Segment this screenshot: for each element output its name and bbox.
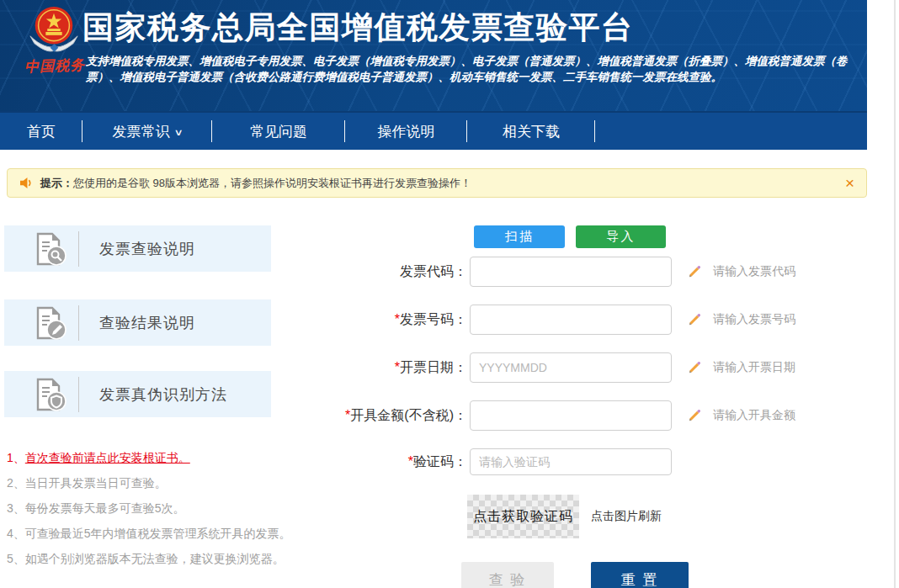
captcha-image[interactable]: 点击获取验证码 (467, 495, 579, 538)
nav-item-label: 操作说明 (378, 122, 435, 141)
field-label: 发票号码： (400, 312, 467, 326)
notes-list: 1、首次查验前请点此安装根证书。 2、当日开具发票当日可查验。 3、每份发票每天… (7, 451, 291, 577)
invoice-amount-hint: 请输入开具金额 (713, 408, 795, 423)
import-button[interactable]: 导入 (576, 225, 666, 248)
sidebar-item-authenticity-methods[interactable]: 发票真伪识别方法 (4, 371, 271, 417)
document-shield-icon (31, 375, 70, 414)
invoice-number-row: *发票号码： 请输入发票号码 (303, 305, 867, 335)
field-label: 验证码： (413, 454, 467, 469)
document-edit-icon (31, 304, 70, 342)
note-number: 3、 (7, 501, 25, 515)
close-icon[interactable]: × (845, 175, 854, 191)
invoice-code-row: 发票代码： 请输入发票代码 (303, 257, 867, 287)
divider (78, 231, 79, 267)
note-text: 每份发票每天最多可查验5次。 (25, 501, 185, 515)
nav-item-faq[interactable]: 常见问题 (212, 113, 345, 150)
captcha-refresh-label: 点击图片刷新 (591, 509, 662, 524)
nav-item-label: 相关下载 (503, 122, 560, 141)
captcha-row: *验证码： (303, 448, 867, 475)
scan-import-row: 扫描 导入 (474, 225, 867, 248)
field-label: 开具金额(不含税)： (350, 408, 467, 422)
nav-item-label: 首页 (27, 122, 56, 141)
note-five-years: 4、可查验最近5年内增值税发票管理系统开具的发票。 (7, 527, 291, 543)
reset-button[interactable]: 重 置 (591, 562, 689, 588)
invoice-verify-form: 扫描 导入 发票代码： 请输入发票代码 *发票号码： 请输入发票号码 (303, 225, 867, 588)
divider (78, 305, 79, 341)
form-actions: 查 验 重 置 (303, 562, 867, 588)
captcha-input[interactable] (470, 448, 672, 475)
nav-item-label: 发票常识 (112, 122, 169, 141)
invoice-code-hint: 请输入发票代码 (713, 264, 795, 279)
note-browser-change: 5、如遇个别浏览器版本无法查验，建议更换浏览器。 (7, 552, 291, 569)
sidebar-item-label: 查验结果说明 (99, 313, 195, 333)
nav-item-label: 常见问题 (250, 122, 307, 141)
invoice-number-label: *发票号码： (303, 311, 467, 329)
alert-prefix: 提示： (40, 176, 73, 191)
logo-script: 中国税务 (13, 55, 97, 77)
alert-message: 您使用的是谷歌 98版本浏览器，请参照操作说明安装根证书再进行发票查验操作！ (73, 176, 471, 191)
verify-button[interactable]: 查 验 (461, 562, 554, 588)
page-subtitle: 支持增值税专用发票、增值税电子专用发票、电子发票（增值税专用发票）、电子发票（普… (86, 53, 867, 85)
note-text: 当日开具发票当日可查验。 (25, 476, 167, 490)
browser-alert: 提示： 您使用的是谷歌 98版本浏览器，请参照操作说明安装根证书再进行发票查验操… (7, 168, 867, 198)
sidebar: 发票查验说明 查验结果说明 发票真伪识别方法 (4, 225, 271, 417)
note-number: 5、 (7, 552, 25, 565)
main-nav: 首页 发票常识 ∨ 常见问题 操作说明 相关下载 (0, 111, 867, 150)
invoice-amount-input[interactable] (470, 400, 672, 431)
field-label: 发票代码： (400, 264, 467, 278)
sidebar-item-check-result-instructions[interactable]: 查验结果说明 (4, 299, 271, 346)
invoice-number-input[interactable] (470, 305, 672, 335)
invoice-number-hint: 请输入发票号码 (713, 312, 795, 327)
captcha-image-row: 点击获取验证码 点击图片刷新 (303, 495, 867, 538)
site-header: 中国税务 国家税务总局全国增值税发票查验平台 支持增值税专用发票、增值税电子专用… (0, 0, 867, 111)
page-title: 国家税务总局全国增值税发票查验平台 (82, 7, 634, 49)
note-text: 如遇个别浏览器版本无法查验，建议更换浏览器。 (25, 552, 285, 565)
invoice-amount-label: *开具金额(不含税)： (303, 407, 467, 425)
invoice-date-hint: 请输入开票日期 (713, 360, 795, 375)
pencil-icon (686, 359, 703, 376)
note-five-times: 3、每份发票每天最多可查验5次。 (7, 501, 291, 518)
sidebar-item-label: 发票真伪识别方法 (99, 384, 227, 405)
invoice-date-row: *开票日期： 请输入开票日期 (303, 352, 867, 383)
invoice-code-input[interactable] (470, 257, 672, 287)
invoice-code-label: 发票代码： (303, 263, 467, 281)
field-label: 开票日期： (400, 360, 467, 374)
document-search-icon (31, 230, 70, 268)
nav-item-invoice-knowledge[interactable]: 发票常识 ∨ (82, 113, 212, 150)
scrollbar[interactable] (894, 0, 896, 588)
sidebar-item-label: 发票查验说明 (99, 239, 195, 259)
speaker-icon (19, 177, 34, 189)
sidebar-item-invoice-check-instructions[interactable]: 发票查验说明 (4, 225, 271, 272)
note-number: 2、 (7, 476, 25, 490)
page: 中国税务 国家税务总局全国增值税发票查验平台 支持增值税专用发票、增值税电子专用… (0, 0, 899, 588)
pencil-icon (686, 407, 703, 424)
note-install-root-cert: 1、首次查验前请点此安装根证书。 (7, 451, 291, 468)
pencil-icon (686, 311, 703, 328)
nav-item-instructions[interactable]: 操作说明 (345, 113, 467, 150)
invoice-date-label: *开票日期： (303, 359, 467, 377)
scan-button[interactable]: 扫描 (474, 225, 565, 248)
tax-emblem-icon (28, 5, 80, 57)
install-root-cert-link[interactable]: 首次查验前请点此安装根证书。 (25, 451, 190, 464)
divider (78, 377, 79, 412)
note-number: 1、 (7, 451, 25, 464)
nav-item-home[interactable]: 首页 (0, 113, 82, 150)
note-same-day: 2、当日开具发票当日可查验。 (7, 476, 291, 493)
invoice-date-input[interactable] (470, 352, 672, 383)
note-number: 4、 (7, 527, 25, 540)
captcha-label: *验证码： (303, 453, 467, 471)
nav-item-downloads[interactable]: 相关下载 (467, 113, 595, 150)
invoice-amount-row: *开具金额(不含税)： 请输入开具金额 (303, 400, 867, 431)
chevron-down-icon: ∨ (174, 127, 184, 138)
note-text: 可查验最近5年内增值税发票管理系统开具的发票。 (25, 527, 291, 540)
pencil-icon (686, 263, 703, 280)
